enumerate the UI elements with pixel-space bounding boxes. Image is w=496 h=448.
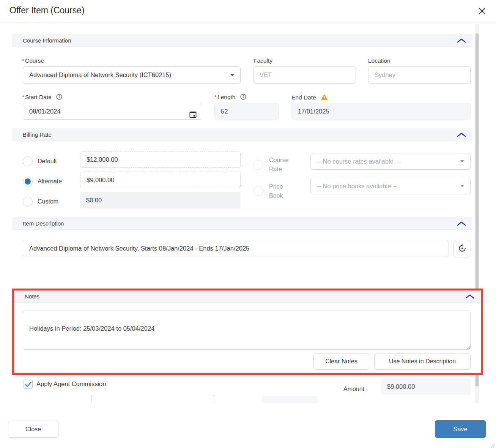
price-book-radio[interactable] xyxy=(254,186,263,196)
section-body-item-description: Advanced Diploma of Network Security, St… xyxy=(0,230,496,266)
amount-label: Amount xyxy=(343,386,364,393)
custom-rate-label: Custom xyxy=(38,198,58,205)
dialog-body-scroll[interactable]: Course Information *Course Faculty Locat… xyxy=(0,23,496,403)
location-label: Location xyxy=(368,57,391,64)
apply-agent-commission-label: Apply Agent Commission xyxy=(36,380,106,388)
chevron-down-icon xyxy=(460,160,464,162)
notes-textarea[interactable]: Holidays in Period: 25/03/2024 to 05/04/… xyxy=(23,311,471,350)
dialog-header: Offer Item (Course) xyxy=(0,0,496,22)
collapse-section-icon[interactable] xyxy=(465,294,475,299)
faculty-field[interactable]: VET xyxy=(253,66,356,84)
default-rate-field[interactable]: $12,000.00 xyxy=(80,151,241,168)
length-label: *Length xyxy=(214,94,246,101)
collapse-section-icon[interactable] xyxy=(457,221,466,226)
dialog-resize-handle-icon[interactable] xyxy=(490,443,495,448)
length-field: 52 xyxy=(214,103,279,120)
end-date-label: End Date xyxy=(291,94,328,102)
required-asterisk: * xyxy=(22,94,24,100)
use-notes-in-description-button[interactable]: Use Notes in Description xyxy=(374,353,471,370)
section-title: Billing Rate xyxy=(23,131,52,138)
regenerate-description-button[interactable] xyxy=(453,240,471,257)
reset-icon xyxy=(458,248,467,254)
course-rate-select[interactable]: -- No course rates available -- xyxy=(310,153,471,170)
course-select[interactable]: Advanced Diploma of Network Security (IC… xyxy=(23,66,241,84)
chevron-down-icon xyxy=(460,185,464,187)
notes-section-annotation: Notes Holidays in Period: 25/03/2024 to … xyxy=(12,289,483,375)
location-field[interactable]: Sydney xyxy=(368,66,471,84)
collapse-section-icon[interactable] xyxy=(457,132,466,137)
close-icon[interactable] xyxy=(477,6,487,16)
default-rate-radio[interactable] xyxy=(23,156,33,166)
course-label: *Course xyxy=(22,57,44,64)
alternate-rate-field[interactable]: $9,000.00 xyxy=(80,172,241,188)
section-header-item-description[interactable]: Item Description xyxy=(12,217,472,230)
amount-field: $9,000.00 xyxy=(381,378,471,395)
save-button[interactable]: Save xyxy=(435,420,486,438)
warning-icon xyxy=(321,94,328,102)
required-asterisk: * xyxy=(214,94,217,100)
course-rate-radio[interactable] xyxy=(254,160,263,170)
faculty-label: Faculty xyxy=(254,57,272,64)
section-title: Item Description xyxy=(23,220,64,227)
info-icon xyxy=(240,94,246,101)
commission-value-field-partial xyxy=(262,396,317,403)
collapse-section-icon[interactable] xyxy=(457,38,466,43)
section-header-course-information[interactable]: Course Information xyxy=(12,34,472,47)
course-rate-label: Course Rate xyxy=(269,156,293,174)
default-rate-label: Default xyxy=(38,158,57,165)
price-book-label: Price Book xyxy=(269,182,293,200)
info-icon xyxy=(56,94,62,101)
section-title: Course Information xyxy=(23,37,71,44)
chevron-down-icon xyxy=(230,74,234,76)
close-button[interactable]: Close xyxy=(8,421,58,438)
apply-agent-commission-checkbox[interactable] xyxy=(24,380,33,389)
start-date-input[interactable]: 08/01/2024 xyxy=(23,103,202,120)
page-title: Offer Item (Course) xyxy=(9,5,85,16)
item-description-input[interactable]: Advanced Diploma of Network Security, St… xyxy=(23,240,449,257)
commission-rate-input-partial[interactable] xyxy=(91,395,215,403)
price-book-select[interactable]: -- No price books available -- xyxy=(310,178,471,194)
alternate-rate-radio[interactable] xyxy=(23,177,33,186)
end-date-field: 17/01/2025 xyxy=(291,103,471,120)
required-asterisk: * xyxy=(22,57,24,64)
start-date-label: *Start Date xyxy=(22,94,62,101)
alternate-rate-label: Alternate xyxy=(38,178,62,185)
clear-notes-button[interactable]: Clear Notes xyxy=(313,353,369,370)
custom-rate-radio[interactable] xyxy=(23,197,33,207)
section-header-billing-rate[interactable]: Billing Rate xyxy=(12,128,472,141)
custom-rate-field[interactable]: $0.00 xyxy=(80,192,241,208)
section-header-notes[interactable]: Notes xyxy=(14,290,481,303)
offer-item-dialog: Offer Item (Course) Course Information *… xyxy=(0,0,496,448)
section-title: Notes xyxy=(25,293,39,300)
calendar-icon[interactable] xyxy=(189,108,197,120)
